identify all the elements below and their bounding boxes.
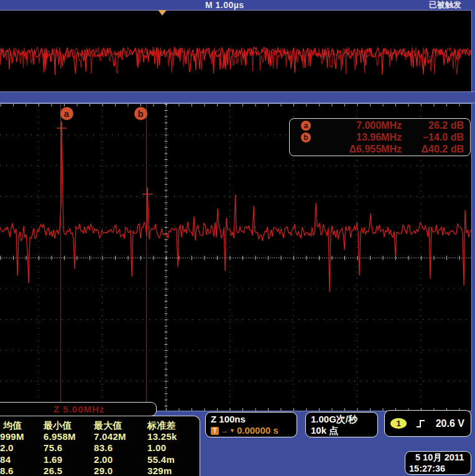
trigger-position-marker-icon [158,10,167,16]
delta-level: Δ40.2 dB [402,143,464,155]
cursor-readout-box: a 7.000MHz 26.2 dB b 13.96MHz −14.0 dB Δ… [289,118,471,156]
measurement-stats-panel: 均值 最小值 最大值 标准差 999M 6.958M 7.042M 13.25k… [0,416,200,476]
sample-rate-readout: 1.00G次/秒 [311,414,374,425]
stat-cell: 2.00 [94,454,147,465]
trigger-status-label: 已被触发 [429,0,461,9]
stat-cell: 75.6 [44,442,94,454]
stat-header-mean: 均值 [0,420,44,431]
cursor-b-badge-icon: b [301,133,311,142]
triangle-down-icon: ▼ [229,427,235,435]
main-waveform-canvas [0,11,471,91]
cursor-b-handle[interactable]: b [134,107,147,120]
stat-cell: 13.25k [147,431,197,442]
cursor-a-badge-icon: a [301,121,311,131]
cursor-a-frequency: 7.000MHz [321,119,402,131]
stat-cell: 6.958M [44,431,94,442]
trigger-readout-box: 1 20.6 V [384,410,471,437]
stat-cell: 55.4m [147,454,197,465]
cursor-b-row-badge: b [298,131,321,143]
measurement-stats-table: 均值 最小值 最大值 标准差 999M 6.958M 7.042M 13.25k… [0,420,200,476]
time-readout: 15:27:36 [409,464,467,475]
zoom-scale-readout: Z 100ns [211,414,293,425]
rising-edge-icon [415,419,427,429]
acquisition-box: 1.00G次/秒 10k 点 [305,412,378,437]
delta-row-spacer [298,143,321,155]
zoom-scale-box: Z 100ns T → ▼ 0.00000 s [205,412,297,437]
stat-header-max: 最大值 [94,420,147,431]
stat-cell: 83.6 [94,442,147,454]
cursor-a-row-badge: a [298,119,321,131]
delta-frequency: Δ6.955MHz [321,143,402,155]
cursor-a-level: 26.2 dB [402,119,464,131]
main-window-pane [0,10,472,92]
stat-cell: 84 [0,454,44,465]
zoom-position-row: T → ▼ 0.00000 s [211,425,293,436]
main-timebase-readout: M 1.00µs [205,0,244,10]
channel-1-badge: 1 [390,418,407,429]
record-length-readout: 10k 点 [311,425,374,436]
stat-header-min: 最小值 [44,420,94,431]
stat-cell: 26.5 [44,465,94,476]
stat-cell: 29.0 [94,465,147,476]
stat-cell: 8.6 [0,465,44,476]
stat-cell: 999M [0,431,44,442]
arrow-right-icon: → [221,427,228,435]
top-status-bar: M 1.00µs 已被触发 [0,0,475,10]
date-readout: 5 10月 2011 [409,452,467,464]
fft-scale-label: Z 5.00MHz [53,404,104,414]
cursor-a-handle[interactable]: a [60,107,73,120]
stat-header-stddev: 标准差 [147,420,197,431]
fft-scale-box: Z 5.00MHz [0,402,157,416]
stat-cell: 1.00 [147,442,197,454]
trigger-level-readout: 20.6 V [436,418,464,429]
stat-cell: 1.69 [44,454,94,465]
zoom-position-readout: 0.00000 s [237,425,279,436]
cursor-b-frequency: 13.96MHz [321,131,402,143]
stat-cell: 7.042M [94,431,147,442]
datetime-box: 5 10月 2011 15:27:36 [405,451,471,475]
cursor-b-level: −14.0 dB [402,131,464,143]
stat-cell: 2.0 [0,442,44,454]
window-separator [0,91,475,103]
stat-cell: 329m [147,465,197,476]
trigger-t-icon: T [211,427,219,435]
